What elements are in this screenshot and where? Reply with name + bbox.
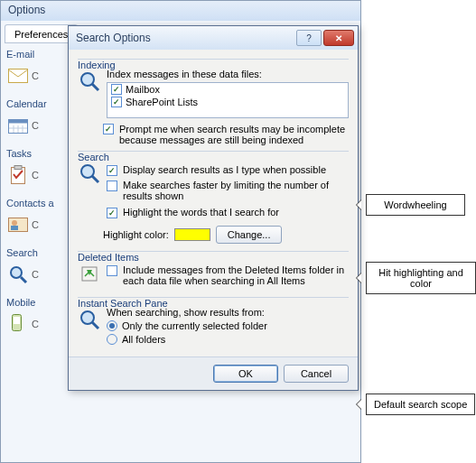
wordwheel-checkbox[interactable]: [107, 165, 117, 176]
sidebar-label-email: E-mail: [6, 49, 64, 61]
ok-button[interactable]: OK: [213, 365, 278, 383]
svg-line-22: [92, 322, 98, 329]
mobile-icon: [6, 312, 30, 336]
color-label: Highlight color:: [103, 229, 169, 240]
close-button[interactable]: ✕: [323, 30, 354, 46]
svg-point-18: [81, 165, 94, 178]
cancel-button[interactable]: Cancel: [284, 365, 349, 383]
group-pane: Instant Search Pane: [78, 298, 172, 309]
contacts-icon: [6, 213, 30, 236]
svg-rect-8: [14, 166, 22, 170]
svg-rect-0: [9, 69, 28, 83]
svg-point-10: [12, 220, 17, 226]
wordwheel-label: Display search results as I type when po…: [123, 164, 349, 175]
radio-label: All folders: [122, 334, 165, 345]
dialog-footer: OK Cancel: [69, 357, 358, 390]
highlight-label: Highlight the words that I search for: [123, 207, 349, 218]
checkbox-icon[interactable]: [111, 84, 122, 95]
mail-icon: [6, 64, 30, 88]
radio-label: Only the currently selected folder: [122, 320, 267, 331]
callout-scope: Default search scope: [366, 394, 475, 415]
sidebar-c: C: [32, 269, 39, 280]
search-icon: [78, 307, 101, 330]
recycle-icon: [78, 261, 101, 284]
group-search: Search: [78, 152, 113, 162]
prompt-checkbox[interactable]: [103, 124, 114, 134]
svg-point-21: [81, 311, 94, 324]
group-indexing: Indexing: [78, 60, 119, 70]
dialog-titlebar: Search Options ? ✕: [69, 26, 358, 50]
sidebar-label-contacts: Contacts a: [6, 198, 64, 210]
prompt-label: Prompt me when search results may be inc…: [119, 124, 349, 145]
sidebar-c: C: [32, 120, 39, 131]
faster-label: Make searches faster by limiting the num…: [123, 180, 349, 201]
sidebar-label-calendar: Calendar: [6, 98, 64, 111]
search-icon: [78, 161, 101, 184]
sidebar-label-mobile: Mobile: [6, 297, 64, 310]
radio-current-folder[interactable]: [107, 320, 117, 331]
radio-all-folders[interactable]: [107, 334, 117, 345]
deleted-checkbox[interactable]: [107, 265, 117, 276]
list-item-label: SharePoint Lists: [126, 97, 198, 107]
change-button[interactable]: Change...: [216, 226, 283, 244]
color-swatch: [174, 228, 210, 241]
checkbox-icon[interactable]: [111, 97, 122, 107]
search-icon: [78, 69, 101, 92]
calendar-icon: [6, 114, 30, 137]
sidebar-c: C: [32, 219, 39, 230]
search-icon: [6, 263, 30, 286]
list-item[interactable]: SharePoint Lists: [107, 96, 348, 108]
deleted-label: Include messages from the Deleted Items …: [123, 264, 349, 286]
callout-highlight: Hit highlighting and color: [366, 262, 476, 294]
svg-rect-2: [9, 120, 28, 124]
list-item-label: Mailbox: [126, 84, 160, 95]
options-titlebar: Options: [1, 1, 360, 21]
callout-wordwheeling: Wordwheeling: [366, 194, 465, 216]
svg-line-13: [21, 277, 26, 282]
search-options-dialog: Search Options ? ✕ Indexing Index messag…: [68, 25, 359, 391]
group-deleted: Deleted Items: [78, 252, 143, 263]
dialog-title: Search Options: [76, 32, 294, 44]
sidebar-c: C: [32, 70, 39, 81]
options-sidebar: E-mail C Calendar C Tasks: [5, 43, 66, 352]
tasks-icon: [6, 163, 30, 187]
data-files-list[interactable]: Mailbox SharePoint Lists: [107, 82, 349, 118]
sidebar-label-tasks: Tasks: [6, 148, 64, 161]
svg-line-17: [92, 84, 98, 90]
svg-point-12: [11, 267, 22, 278]
svg-line-19: [92, 176, 98, 182]
highlight-checkbox[interactable]: [107, 208, 117, 218]
indexing-caption: Index messages in these data files:: [107, 69, 349, 79]
help-button[interactable]: ?: [296, 30, 322, 46]
svg-rect-15: [14, 317, 20, 324]
sidebar-c: C: [32, 170, 39, 181]
svg-rect-11: [11, 226, 18, 230]
faster-checkbox[interactable]: [107, 181, 117, 191]
sidebar-label-search: Search: [6, 247, 64, 260]
sidebar-c: C: [32, 319, 39, 329]
list-item[interactable]: Mailbox: [107, 83, 348, 96]
svg-point-16: [81, 73, 94, 86]
